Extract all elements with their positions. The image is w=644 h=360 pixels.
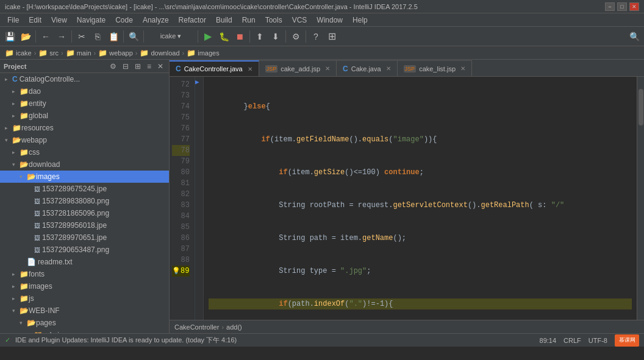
toolbar-save[interactable]: 💾	[2, 29, 17, 44]
menu-item-view[interactable]: View	[46, 15, 72, 26]
expand-icon: ▾	[5, 137, 12, 143]
tab-cake-list-jsp[interactable]: JSP cake_list.jsp ✕	[398, 60, 472, 76]
menu-item-analyze[interactable]: Analyze	[138, 15, 174, 26]
menu-item-refactor[interactable]: Refactor	[174, 15, 211, 26]
scrollbar-thumb[interactable]	[639, 89, 643, 125]
menu-item-vcs[interactable]: VCS	[287, 15, 312, 26]
tree-collapse-icon[interactable]: ⊟	[121, 62, 131, 71]
tree-node-catalogcontroller[interactable]: ▸ C CatalogControlle...	[0, 73, 169, 85]
status-icon: ✓	[5, 336, 10, 344]
breadcrumb-webapp[interactable]: 📁 webapp	[98, 49, 133, 57]
toolbar-stop[interactable]: ⏹	[232, 29, 247, 44]
tree-node-img5[interactable]: 🖼 1537289970651.jpe	[0, 231, 169, 244]
tree-node-img4[interactable]: 🖼 1537289956018.jpe	[0, 219, 169, 231]
menu-item-window[interactable]: Window	[312, 15, 348, 26]
watermark: 慕课网	[615, 334, 639, 347]
main-area: Project ⚙ ⊟ ⊞ ≡ ✕ ▸ C CatalogControlle..…	[0, 60, 644, 333]
tree-node-css[interactable]: ▸ 📁 css	[0, 146, 169, 158]
menu-item-edit[interactable]: Edit	[24, 15, 46, 26]
breadcrumb-images[interactable]: 📁 images	[187, 49, 219, 57]
tree-node-entity[interactable]: ▸ 📁 entity	[0, 97, 169, 110]
folder-icon: 📁	[20, 294, 29, 303]
image-icon: 🖼	[34, 186, 40, 192]
jsp-tab-icon: JSP	[265, 65, 278, 72]
breadcrumb-src[interactable]: 📁 src	[38, 49, 59, 57]
menu-item-build[interactable]: Build	[211, 15, 237, 26]
toolbar-settings[interactable]: ⚙	[288, 29, 303, 44]
tree-node-img6[interactable]: 🖼 1537290653487.png	[0, 244, 169, 256]
toolbar-vcs2[interactable]: ⬇	[268, 29, 283, 44]
close-button[interactable]: ✕	[629, 2, 639, 11]
menu-bar: FileEditViewNavigateCodeAnalyzeRefactorB…	[0, 13, 644, 27]
tab-close-icon[interactable]: ✕	[325, 65, 330, 72]
toolbar-paste[interactable]: 📋	[106, 29, 121, 44]
tree-node-js[interactable]: ▸ 📁 js	[0, 292, 169, 305]
tree-node-global[interactable]: ▸ 📁 global	[0, 110, 169, 122]
toolbar-open[interactable]: 📂	[18, 29, 33, 44]
toolbar-forward[interactable]: →	[54, 29, 69, 44]
toolbar-run[interactable]: ▶	[201, 29, 215, 44]
tree-node-readme[interactable]: 📄 readme.txt	[0, 256, 169, 268]
code-content[interactable]: }else{ if(item.getFieldName().equals("im…	[204, 77, 637, 320]
toolbar-project-select[interactable]: icake ▾	[146, 29, 195, 44]
toolbar-copy[interactable]: ⎘	[90, 29, 105, 44]
line-numbers: 72 73 74 75 76 77 78 79 80 81 82 83 84 8…	[170, 77, 195, 320]
toolbar-debug[interactable]: 🐛	[216, 29, 231, 44]
menu-item-code[interactable]: Code	[110, 15, 138, 26]
menu-item-run[interactable]: Run	[237, 15, 260, 26]
text-icon: 📄	[27, 258, 36, 266]
toolbar-cut[interactable]: ✂	[74, 29, 89, 44]
code-editor[interactable]: 72 73 74 75 76 77 78 79 80 81 82 83 84 8…	[170, 77, 644, 320]
tab-close-icon[interactable]: ✕	[460, 65, 465, 72]
maximize-button[interactable]: □	[617, 2, 627, 11]
tab-cake-add-jsp[interactable]: JSP cake_add.jsp ✕	[259, 60, 337, 76]
breadcrumb-icake[interactable]: 📁 icake	[5, 49, 32, 57]
tree-node-images2[interactable]: ▸ 📁 images	[0, 280, 169, 292]
toolbar-find-action[interactable]: 🔍	[627, 29, 642, 44]
toolbar-back[interactable]: ←	[38, 29, 53, 44]
editor-scrollbar[interactable]	[637, 77, 644, 320]
menu-item-help[interactable]: Help	[348, 15, 373, 26]
menu-item-file[interactable]: File	[2, 15, 24, 26]
folder-icon: 📁	[66, 49, 75, 57]
toolbar: 💾 📂 ← → ✂ ⎘ 📋 🔍 icake ▾ ▶ 🐛 ⏹ ⬆ ⬇ ⚙ ? ⊞ …	[0, 27, 644, 46]
tree-node-images-selected[interactable]: ▾ 📂 images	[0, 171, 169, 183]
tree-node-dao[interactable]: ▸ 📁 dao	[0, 85, 169, 97]
tree-close-icon[interactable]: ✕	[156, 62, 165, 71]
tree-node-pages[interactable]: ▾ 📂 pages	[0, 317, 169, 329]
tree-node-webapp[interactable]: ▾ 📂 webapp	[0, 134, 169, 146]
tree-node-img3[interactable]: 🖼 1537281865096.png	[0, 207, 169, 219]
menu-item-navigate[interactable]: Navigate	[72, 15, 110, 26]
status-message: IDE and Plugin Updates: IntelliJ IDEA is…	[15, 336, 237, 345]
tree-node-resources[interactable]: ▸ 📁 resources	[0, 122, 169, 134]
tree-settings-icon[interactable]: ⚙	[108, 62, 118, 71]
toolbar-search[interactable]: 🔍	[126, 29, 141, 44]
tree-node-webinf[interactable]: ▾ 📂 WEB-INF	[0, 305, 169, 317]
menu-item-tools[interactable]: Tools	[260, 15, 287, 26]
tree-node-img2[interactable]: 🖼 1537289838080.png	[0, 195, 169, 207]
breadcrumb-main[interactable]: 📁 main	[66, 49, 91, 57]
toolbar-vcs[interactable]: ⬆	[252, 29, 267, 44]
minimize-button[interactable]: −	[605, 2, 615, 11]
tree-node-fonts[interactable]: ▸ 📁 fonts	[0, 268, 169, 280]
tree-expand-icon[interactable]: ⊞	[133, 62, 143, 71]
toolbar-help[interactable]: ?	[309, 29, 323, 44]
tab-close-icon[interactable]: ✕	[248, 66, 252, 72]
tab-close-icon[interactable]: ✕	[386, 65, 391, 72]
tree-node-download[interactable]: ▾ 📂 download	[0, 158, 169, 171]
folder-icon: 📁	[12, 124, 21, 132]
cursor-position: 89:14	[540, 337, 557, 344]
tab-cake-java[interactable]: C Cake.java ✕	[337, 60, 398, 76]
image-icon: 🖼	[34, 198, 40, 205]
tab-cakecontroller[interactable]: C CakeController.java ✕	[170, 60, 259, 76]
breadcrumb-nav: 📁 icake › 📁 src › 📁 main › 📁 webapp › 📁 …	[0, 46, 644, 60]
toolbar-more[interactable]: ⊞	[324, 29, 339, 44]
gutter: ▶	[195, 77, 204, 320]
expand-icon: ▸	[12, 271, 20, 277]
tree-node-img1[interactable]: 🖼 1537289675245.jpe	[0, 183, 169, 195]
breadcrumb-download[interactable]: 📁 download	[140, 49, 179, 57]
tree-gear-icon[interactable]: ≡	[145, 62, 153, 71]
tree-header: Project ⚙ ⊟ ⊞ ≡ ✕	[0, 60, 169, 73]
tree-node-admin[interactable]: ▾ 📂 admin	[0, 329, 169, 333]
tab-bar: C CakeController.java ✕ JSP cake_add.jsp…	[170, 60, 644, 77]
